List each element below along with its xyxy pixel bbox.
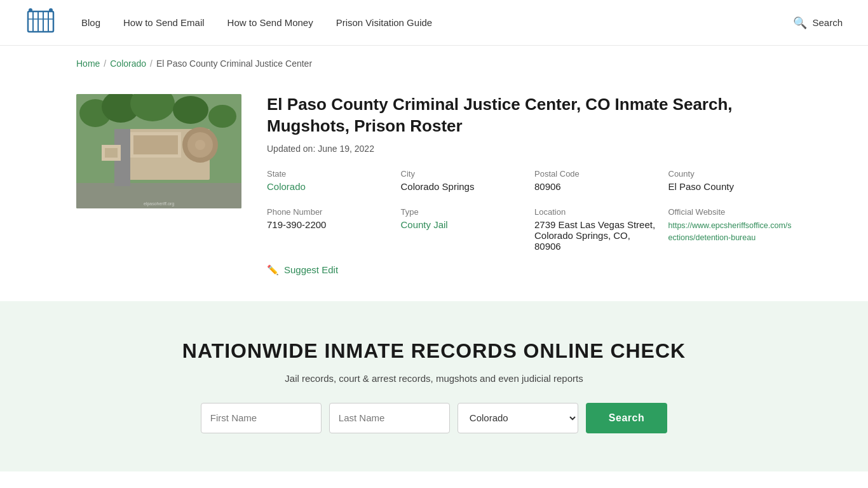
- nav-blog[interactable]: Blog: [81, 17, 100, 28]
- state-select[interactable]: AlabamaAlaskaArizonaArkansasCaliforniaCo…: [458, 403, 578, 433]
- updated-on: Updated on: June 19, 2022: [267, 144, 792, 154]
- svg-rect-20: [130, 158, 187, 177]
- phone-label: Phone Number: [267, 207, 391, 217]
- svg-point-13: [208, 105, 236, 128]
- postal-value: 80906: [534, 181, 658, 192]
- edit-icon: ✏️: [267, 264, 279, 276]
- svg-rect-0: [28, 11, 53, 32]
- suggest-edit-link[interactable]: ✏️ Suggest Edit: [267, 264, 792, 276]
- breadcrumb-current: El Paso County Criminal Justice Center: [156, 58, 312, 69]
- breadcrumb-sep-1: /: [104, 58, 106, 69]
- state-label: State: [267, 169, 391, 179]
- aerial-image: elpasoheriff.org: [76, 94, 241, 208]
- nationwide-title: NATIONWIDE INMATE RECORDS ONLINE CHECK: [25, 339, 843, 363]
- breadcrumb-sep-2: /: [150, 58, 153, 69]
- first-name-input[interactable]: [201, 403, 322, 433]
- nationwide-subtitle: Jail records, court & arrest records, mu…: [25, 373, 843, 384]
- nav-search[interactable]: 🔍 Search: [793, 16, 843, 30]
- type-value[interactable]: County Jail: [401, 219, 448, 230]
- suggest-edit-label: Suggest Edit: [284, 264, 338, 275]
- main-content: elpasoheriff.org El Paso County Criminal…: [0, 81, 868, 301]
- svg-point-12: [173, 96, 208, 124]
- last-name-input[interactable]: [329, 403, 450, 433]
- logo[interactable]: [25, 6, 56, 39]
- info-phone: Phone Number 719-390-2200: [267, 207, 391, 252]
- inmate-search-form: AlabamaAlaskaArizonaArkansasCaliforniaCo…: [25, 403, 843, 433]
- county-value: El Paso County: [668, 181, 792, 192]
- city-label: City: [401, 169, 525, 179]
- breadcrumb-home[interactable]: Home: [76, 58, 100, 69]
- info-type: Type County Jail: [401, 207, 525, 252]
- breadcrumb: Home / Colorado / El Paso County Crimina…: [0, 46, 868, 81]
- phone-value: 719-390-2200: [267, 219, 391, 230]
- info-grid: State Colorado City Colorado Springs Pos…: [267, 169, 792, 252]
- svg-point-6: [29, 8, 32, 12]
- info-state: State Colorado: [267, 169, 391, 192]
- svg-rect-24: [105, 148, 118, 158]
- nationwide-section: NATIONWIDE INMATE RECORDS ONLINE CHECK J…: [0, 301, 868, 471]
- svg-text:elpasoheriff.org: elpasoheriff.org: [144, 201, 174, 207]
- nav-send-money[interactable]: How to Send Money: [227, 17, 313, 28]
- facility-details: El Paso County Criminal Justice Center, …: [267, 94, 792, 276]
- info-county: County El Paso County: [668, 169, 792, 192]
- svg-point-7: [49, 8, 53, 12]
- nav-visitation[interactable]: Prison Visitation Guide: [336, 17, 432, 28]
- info-city: City Colorado Springs: [401, 169, 525, 192]
- svg-point-17: [195, 140, 205, 150]
- logo-icon: [25, 6, 56, 37]
- location-label: Location: [534, 207, 658, 217]
- nav-send-email[interactable]: How to Send Email: [123, 17, 205, 28]
- facility-title: El Paso County Criminal Justice Center, …: [267, 94, 792, 137]
- search-icon: 🔍: [793, 16, 807, 30]
- info-postal: Postal Code 80906: [534, 169, 658, 192]
- info-website: Official Website https://www.epcsheriffs…: [668, 207, 792, 252]
- breadcrumb-state[interactable]: Colorado: [110, 58, 146, 69]
- location-value: 2739 East Las Vegas Street, Colorado Spr…: [534, 219, 658, 252]
- navbar: Blog How to Send Email How to Send Money…: [0, 0, 868, 46]
- info-location: Location 2739 East Las Vegas Street, Col…: [534, 207, 658, 252]
- postal-label: Postal Code: [534, 169, 658, 179]
- city-value: Colorado Springs: [401, 181, 525, 192]
- website-value[interactable]: https://www.epcsheriffsoffice.com/sectio…: [668, 221, 792, 243]
- state-value[interactable]: Colorado: [267, 181, 306, 192]
- website-label: Official Website: [668, 207, 792, 217]
- facility-image: elpasoheriff.org: [76, 94, 241, 208]
- search-button[interactable]: Search: [586, 403, 667, 433]
- nav-links: Blog How to Send Email How to Send Money…: [81, 17, 793, 28]
- search-label: Search: [812, 17, 843, 28]
- type-label: Type: [401, 207, 525, 217]
- county-label: County: [668, 169, 792, 179]
- svg-rect-19: [133, 135, 178, 154]
